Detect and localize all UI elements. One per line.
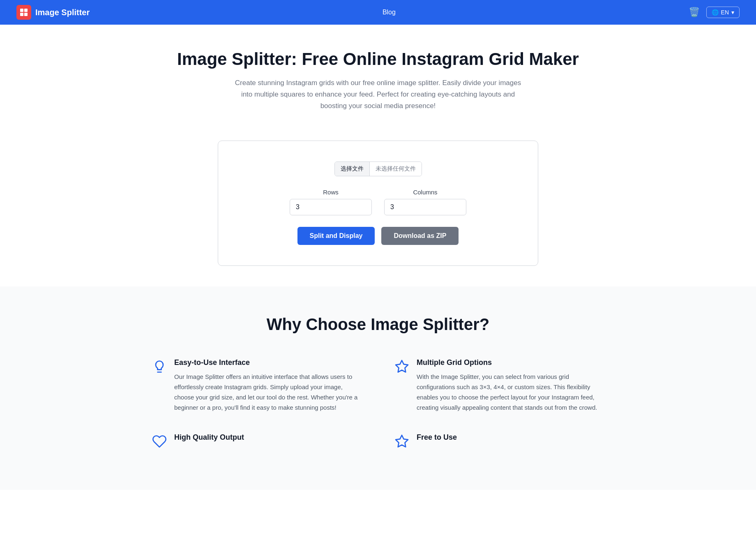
free-star-icon	[394, 434, 409, 449]
svg-rect-3	[24, 13, 28, 16]
heart-icon	[152, 434, 167, 449]
hero-subtitle: Create stunning Instagram grids with our…	[234, 77, 522, 112]
file-input-label[interactable]: 选择文件 未选择任何文件	[334, 162, 422, 176]
svg-rect-2	[20, 13, 23, 16]
coffee-icon: 🗑️	[689, 7, 700, 17]
rows-field-group: Rows	[290, 189, 372, 215]
brand-logo-link[interactable]: Image Splitter	[16, 5, 90, 20]
rows-input[interactable]	[290, 199, 372, 215]
language-selector[interactable]: 🌐 EN ▾	[706, 7, 740, 18]
feature-grid-title: Multiple Grid Options	[417, 358, 604, 367]
columns-input[interactable]	[384, 199, 466, 215]
lang-label: EN	[721, 9, 729, 16]
columns-label: Columns	[413, 189, 437, 196]
feature-free-title: Free to Use	[417, 433, 457, 442]
feature-grid-text: With the Image Splitter, you can select …	[417, 372, 604, 413]
feature-high-quality-title: High Quality Output	[174, 433, 244, 442]
svg-marker-5	[396, 360, 408, 372]
feature-easy-text: Our Image Splitter offers an intuitive i…	[174, 372, 362, 413]
navbar-right: 🗑️ 🌐 EN ▾	[689, 7, 740, 18]
lightbulb-icon	[152, 359, 167, 374]
file-choose-button[interactable]: 选择文件	[335, 162, 370, 176]
action-buttons-row: Split and Display Download as ZIP	[235, 227, 521, 245]
svg-rect-1	[24, 9, 28, 12]
feature-easy-interface: Easy-to-Use Interface Our Image Splitter…	[152, 358, 362, 413]
file-input-row: 选择文件 未选择任何文件	[235, 162, 521, 176]
download-zip-button[interactable]: Download as ZIP	[381, 227, 459, 245]
navbar-center: Blog	[383, 9, 396, 16]
why-title: Why Choose Image Splitter?	[16, 315, 740, 334]
brand-name: Image Splitter	[35, 8, 90, 17]
tool-card: 选择文件 未选择任何文件 Rows Columns Split and Disp…	[218, 141, 538, 266]
brand-logo-icon	[16, 5, 31, 20]
features-grid: Easy-to-Use Interface Our Image Splitter…	[152, 358, 604, 413]
feature-easy-title: Easy-to-Use Interface	[174, 358, 362, 367]
columns-field-group: Columns	[384, 189, 466, 215]
blog-link[interactable]: Blog	[383, 9, 396, 16]
why-section: Why Choose Image Splitter? Easy-to-Use I…	[0, 286, 756, 490]
file-name-display: 未选择任何文件	[370, 162, 422, 176]
navbar: Image Splitter Blog 🗑️ 🌐 EN ▾	[0, 0, 756, 25]
chevron-down-icon: ▾	[731, 9, 734, 16]
fields-row: Rows Columns	[235, 189, 521, 215]
features-bottom-row: High Quality Output Free to Use	[152, 433, 604, 457]
rows-label: Rows	[323, 189, 339, 196]
page-title: Image Splitter: Free Online Instagram Gr…	[8, 49, 748, 69]
split-display-button[interactable]: Split and Display	[297, 227, 375, 245]
feature-grid-content: Multiple Grid Options With the Image Spl…	[417, 358, 604, 413]
svg-rect-0	[20, 9, 23, 12]
feature-high-quality: High Quality Output	[152, 433, 362, 449]
star-icon	[394, 359, 409, 374]
svg-marker-6	[396, 435, 408, 447]
globe-icon: 🌐	[712, 9, 719, 16]
feature-multiple-grid: Multiple Grid Options With the Image Spl…	[394, 358, 604, 413]
hero-section: Image Splitter: Free Online Instagram Gr…	[0, 25, 756, 128]
feature-free-content: Free to Use	[417, 433, 457, 447]
feature-high-quality-content: High Quality Output	[174, 433, 244, 447]
feature-easy-content: Easy-to-Use Interface Our Image Splitter…	[174, 358, 362, 413]
feature-free: Free to Use	[394, 433, 604, 449]
coffee-button[interactable]: 🗑️	[689, 7, 700, 18]
